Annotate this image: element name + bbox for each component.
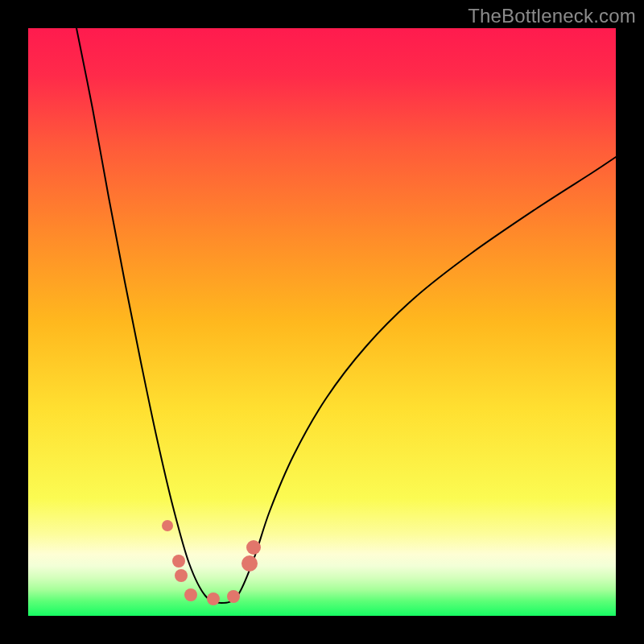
data-marker [207, 592, 220, 605]
data-marker [246, 540, 261, 555]
data-marker [227, 590, 240, 603]
data-marker [172, 555, 185, 568]
chart-frame: TheBottleneck.com [0, 0, 644, 644]
plot-area [28, 28, 616, 616]
data-marker [175, 569, 188, 582]
attribution-text: TheBottleneck.com [468, 5, 636, 27]
data-marker [242, 555, 258, 572]
data-marker [162, 520, 173, 531]
marker-layer [28, 28, 616, 616]
data-marker [184, 588, 197, 601]
